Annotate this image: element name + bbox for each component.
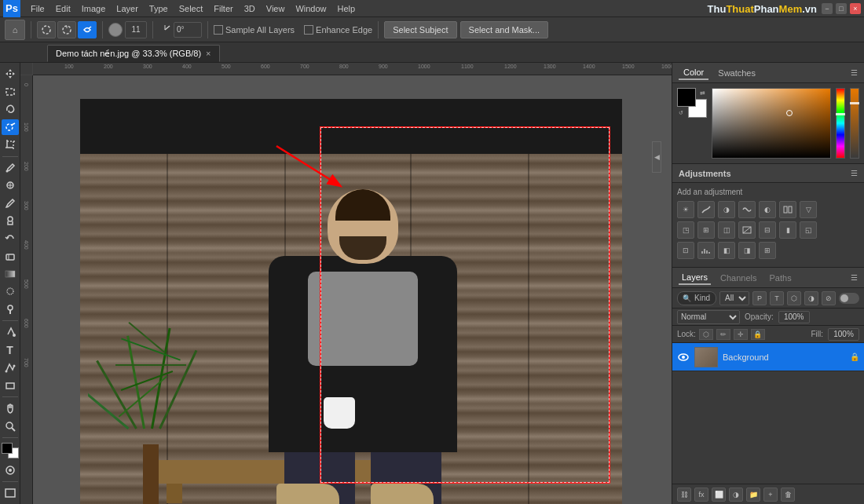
- hdr-adj-icon[interactable]: ◨: [738, 242, 756, 259]
- layer-fx-button[interactable]: fx: [694, 488, 708, 502]
- posterize-adj-icon[interactable]: ⊟: [759, 221, 776, 239]
- rectangular-marquee-tool[interactable]: [2, 84, 19, 100]
- move-tool[interactable]: [2, 66, 19, 82]
- menu-image[interactable]: Image: [76, 2, 112, 15]
- gradient-tool[interactable]: [2, 265, 19, 282]
- angle-input[interactable]: [174, 22, 202, 38]
- layer-adjustment-button[interactable]: ◑: [729, 488, 743, 502]
- color-tab[interactable]: Color: [679, 66, 708, 80]
- clone-stamp-tool[interactable]: [2, 213, 19, 229]
- eyedropper-tool[interactable]: [2, 159, 19, 176]
- collapse-panel-button[interactable]: ◀: [652, 141, 661, 173]
- select-and-mask-button[interactable]: Select and Mask...: [460, 21, 549, 38]
- hue-sat-adj-icon[interactable]: ◐: [759, 201, 776, 218]
- menu-view[interactable]: View: [261, 2, 291, 15]
- zoom-tool[interactable]: [2, 418, 19, 434]
- layer-mask-button[interactable]: ⬜: [712, 488, 726, 502]
- crop-tool[interactable]: [2, 137, 19, 153]
- color-lookup-adj-icon[interactable]: ◫: [718, 221, 735, 239]
- select-subject-button[interactable]: Select Subject: [384, 21, 456, 38]
- dodge-tool[interactable]: [2, 301, 19, 317]
- curves-adj-icon[interactable]: [697, 201, 715, 218]
- gradient-map-adj-icon[interactable]: ◱: [800, 221, 817, 239]
- fill-input[interactable]: [828, 328, 859, 341]
- shape-tool[interactable]: [2, 377, 19, 393]
- paths-tab[interactable]: Paths: [767, 272, 795, 284]
- fg-bg-swatch-area[interactable]: ⇄ ↺: [677, 88, 707, 118]
- tool-option-3[interactable]: [78, 21, 97, 38]
- layer-filter-4[interactable]: ◑: [804, 291, 818, 305]
- lasso-tool[interactable]: [2, 101, 19, 118]
- foreground-background-colors[interactable]: [2, 443, 19, 459]
- menu-select[interactable]: Select: [174, 2, 209, 15]
- swap-colors-button[interactable]: ⇄: [700, 89, 705, 97]
- maximize-button[interactable]: □: [836, 3, 847, 14]
- layer-filter-toggle[interactable]: [839, 293, 859, 304]
- new-layer-button[interactable]: +: [763, 488, 778, 502]
- opacity-input[interactable]: [778, 311, 810, 323]
- reset-colors-button[interactable]: ↺: [679, 110, 683, 116]
- minimize-button[interactable]: −: [822, 3, 833, 14]
- layer-visibility-toggle[interactable]: [677, 351, 690, 363]
- tab-close-button[interactable]: ×: [206, 49, 211, 58]
- photo-filter-adj-icon[interactable]: ◳: [677, 221, 694, 239]
- screen-mode-button[interactable]: [2, 485, 19, 502]
- layer-filter-3[interactable]: ⬡: [787, 291, 801, 305]
- layer-filter-1[interactable]: P: [752, 291, 767, 305]
- home-button[interactable]: ⌂: [5, 20, 25, 40]
- type-tool[interactable]: T: [2, 341, 19, 358]
- channels-tab[interactable]: Channels: [717, 272, 760, 284]
- menu-window[interactable]: Window: [290, 2, 331, 15]
- menu-file[interactable]: File: [25, 2, 50, 15]
- lock-position-button[interactable]: ✏: [716, 329, 730, 340]
- hue-bar-container[interactable]: [836, 88, 845, 159]
- lock-artboard-button[interactable]: ✛: [734, 329, 748, 340]
- lock-pixels-button[interactable]: ⬡: [699, 329, 713, 340]
- tool-option-2[interactable]: [57, 21, 76, 38]
- hand-tool[interactable]: [2, 400, 19, 417]
- blend-mode-select[interactable]: Normal: [677, 310, 740, 324]
- alpha-bar-container[interactable]: [850, 88, 859, 159]
- healing-brush-tool[interactable]: [2, 177, 19, 194]
- exposure-adj-icon[interactable]: ◑: [718, 201, 735, 218]
- pen-tool[interactable]: [2, 324, 19, 341]
- layer-type-select[interactable]: All: [719, 291, 749, 305]
- layers-menu-button[interactable]: ☰: [851, 273, 858, 282]
- tool-option-1[interactable]: [37, 21, 56, 38]
- foreground-color[interactable]: [2, 443, 13, 454]
- grid-adj-icon[interactable]: ⊞: [759, 242, 776, 259]
- layer-item-background[interactable]: Background 🔒: [672, 343, 864, 371]
- lock-all-button[interactable]: 🔒: [751, 329, 765, 340]
- levels-adj-icon[interactable]: [697, 242, 715, 259]
- document-tab[interactable]: Demo tách nền.jpg @ 33.3% (RGB/8) ×: [47, 45, 220, 62]
- threshold-adj-icon[interactable]: ▮: [779, 221, 796, 239]
- delete-layer-button[interactable]: 🗑: [781, 488, 795, 502]
- canvas-area[interactable]: [33, 75, 672, 504]
- layer-group-button[interactable]: 📁: [746, 488, 760, 502]
- vibrance-adj-icon[interactable]: [738, 201, 756, 218]
- quick-mask-button[interactable]: [2, 462, 19, 478]
- sample-all-layers-checkbox[interactable]: [214, 25, 223, 35]
- blur-tool[interactable]: [2, 283, 19, 300]
- close-button[interactable]: ×: [850, 3, 861, 14]
- bw-adj-icon[interactable]: ▽: [800, 201, 817, 218]
- layer-filter-5[interactable]: ⊘: [822, 291, 836, 305]
- shadows-adj-icon[interactable]: ◧: [718, 242, 735, 259]
- menu-type[interactable]: Type: [144, 2, 174, 15]
- menu-layer[interactable]: Layer: [111, 2, 144, 15]
- quick-selection-tool[interactable]: [2, 119, 19, 136]
- brightness-adj-icon[interactable]: ☀: [677, 201, 694, 218]
- eraser-tool[interactable]: [2, 248, 19, 265]
- selective-color-adj-icon[interactable]: ⊡: [677, 242, 694, 259]
- menu-help[interactable]: Help: [332, 2, 361, 15]
- brush-tool[interactable]: [2, 195, 19, 211]
- menu-edit[interactable]: Edit: [50, 2, 76, 15]
- color-panel-menu-button[interactable]: ☰: [851, 68, 858, 77]
- foreground-color-swatch[interactable]: [677, 88, 696, 107]
- channel-mixer-adj-icon[interactable]: ⊞: [697, 221, 715, 239]
- history-brush-tool[interactable]: [2, 230, 19, 247]
- adjustments-menu-button[interactable]: ☰: [851, 169, 858, 177]
- path-select-tool[interactable]: [2, 360, 19, 376]
- swatches-tab[interactable]: Swatches: [713, 67, 760, 79]
- menu-filter[interactable]: Filter: [208, 2, 238, 15]
